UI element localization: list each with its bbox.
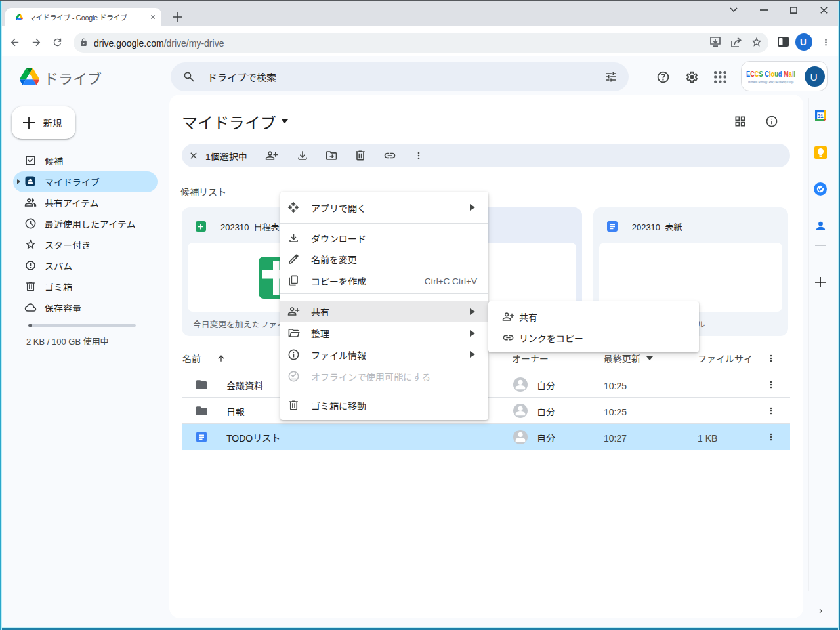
svg-text:31: 31 [817,114,824,119]
